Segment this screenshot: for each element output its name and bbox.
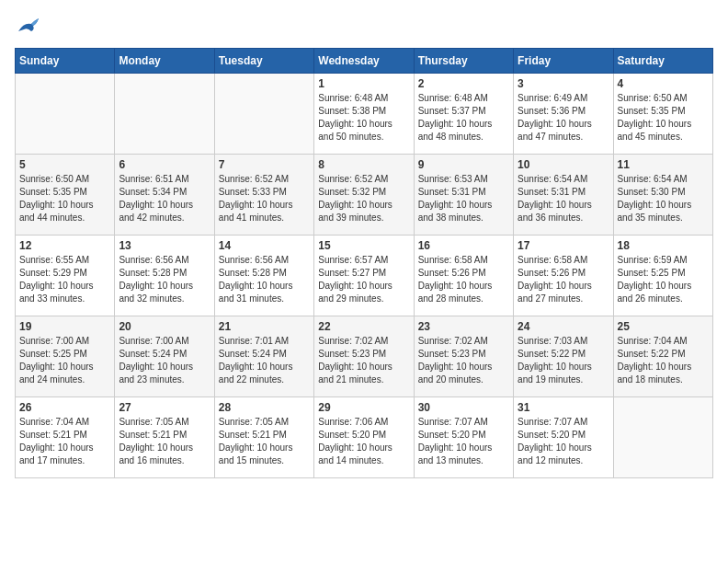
calendar-table: Sunday Monday Tuesday Wednesday Thursday… xyxy=(15,48,713,478)
calendar-cell: 31Sunrise: 7:07 AM Sunset: 5:20 PM Dayli… xyxy=(514,397,613,478)
day-info: Sunrise: 7:07 AM Sunset: 5:20 PM Dayligh… xyxy=(518,416,609,467)
day-number: 4 xyxy=(618,77,709,90)
day-info: Sunrise: 7:06 AM Sunset: 5:20 PM Dayligh… xyxy=(318,416,409,467)
calendar-cell: 17Sunrise: 6:58 AM Sunset: 5:26 PM Dayli… xyxy=(514,236,613,316)
day-number: 2 xyxy=(418,77,509,90)
day-info: Sunrise: 7:04 AM Sunset: 5:22 PM Dayligh… xyxy=(618,335,709,386)
day-info: Sunrise: 6:55 AM Sunset: 5:29 PM Dayligh… xyxy=(19,254,110,305)
day-number: 28 xyxy=(219,401,310,414)
day-number: 11 xyxy=(618,158,709,171)
calendar-cell: 18Sunrise: 6:59 AM Sunset: 5:25 PM Dayli… xyxy=(613,236,712,316)
page-header xyxy=(15,15,713,37)
calendar-cell: 10Sunrise: 6:54 AM Sunset: 5:31 PM Dayli… xyxy=(514,155,613,236)
day-info: Sunrise: 6:54 AM Sunset: 5:30 PM Dayligh… xyxy=(618,173,709,224)
day-number: 9 xyxy=(418,158,509,171)
calendar-cell: 24Sunrise: 7:03 AM Sunset: 5:22 PM Dayli… xyxy=(514,316,613,397)
calendar-week-1: 1Sunrise: 6:48 AM Sunset: 5:38 PM Daylig… xyxy=(16,74,713,155)
day-number: 23 xyxy=(418,320,509,333)
calendar-cell: 20Sunrise: 7:00 AM Sunset: 5:24 PM Dayli… xyxy=(115,316,214,397)
calendar-cell: 1Sunrise: 6:48 AM Sunset: 5:38 PM Daylig… xyxy=(314,74,414,155)
calendar-cell: 19Sunrise: 7:00 AM Sunset: 5:25 PM Dayli… xyxy=(16,316,115,397)
day-number: 30 xyxy=(418,401,509,414)
calendar-cell: 29Sunrise: 7:06 AM Sunset: 5:20 PM Dayli… xyxy=(314,397,414,478)
day-number: 5 xyxy=(19,158,110,171)
calendar-cell: 22Sunrise: 7:02 AM Sunset: 5:23 PM Dayli… xyxy=(314,316,414,397)
header-wednesday: Wednesday xyxy=(314,49,414,74)
day-number: 16 xyxy=(418,239,509,252)
day-number: 14 xyxy=(219,239,310,252)
calendar-cell: 4Sunrise: 6:50 AM Sunset: 5:35 PM Daylig… xyxy=(613,74,712,155)
day-info: Sunrise: 6:48 AM Sunset: 5:37 PM Dayligh… xyxy=(418,92,509,144)
calendar-cell: 9Sunrise: 6:53 AM Sunset: 5:31 PM Daylig… xyxy=(414,155,513,236)
day-info: Sunrise: 6:53 AM Sunset: 5:31 PM Dayligh… xyxy=(418,173,509,224)
calendar-week-5: 26Sunrise: 7:04 AM Sunset: 5:21 PM Dayli… xyxy=(16,397,713,478)
day-number: 19 xyxy=(19,320,110,333)
day-info: Sunrise: 6:48 AM Sunset: 5:38 PM Dayligh… xyxy=(318,92,409,144)
day-info: Sunrise: 6:57 AM Sunset: 5:27 PM Dayligh… xyxy=(318,254,409,305)
day-number: 3 xyxy=(518,77,609,90)
day-info: Sunrise: 6:58 AM Sunset: 5:26 PM Dayligh… xyxy=(418,254,509,305)
calendar-cell: 3Sunrise: 6:49 AM Sunset: 5:36 PM Daylig… xyxy=(514,74,613,155)
calendar-header: Sunday Monday Tuesday Wednesday Thursday… xyxy=(16,49,713,74)
calendar-cell: 8Sunrise: 6:52 AM Sunset: 5:32 PM Daylig… xyxy=(314,155,414,236)
day-number: 20 xyxy=(119,320,210,333)
day-number: 12 xyxy=(19,239,110,252)
day-info: Sunrise: 6:59 AM Sunset: 5:25 PM Dayligh… xyxy=(618,254,709,305)
header-saturday: Saturday xyxy=(613,49,712,74)
day-number: 8 xyxy=(318,158,409,171)
day-info: Sunrise: 7:00 AM Sunset: 5:25 PM Dayligh… xyxy=(19,335,110,386)
day-info: Sunrise: 7:00 AM Sunset: 5:24 PM Dayligh… xyxy=(119,335,210,386)
calendar-cell: 2Sunrise: 6:48 AM Sunset: 5:37 PM Daylig… xyxy=(414,74,513,155)
calendar-week-2: 5Sunrise: 6:50 AM Sunset: 5:35 PM Daylig… xyxy=(16,155,713,236)
day-number: 18 xyxy=(618,239,709,252)
day-info: Sunrise: 7:05 AM Sunset: 5:21 PM Dayligh… xyxy=(219,416,310,467)
day-info: Sunrise: 6:49 AM Sunset: 5:36 PM Dayligh… xyxy=(518,92,609,144)
logo-bird-icon xyxy=(15,15,40,37)
calendar-cell: 14Sunrise: 6:56 AM Sunset: 5:28 PM Dayli… xyxy=(214,236,313,316)
calendar-cell: 21Sunrise: 7:01 AM Sunset: 5:24 PM Dayli… xyxy=(214,316,313,397)
day-info: Sunrise: 6:52 AM Sunset: 5:32 PM Dayligh… xyxy=(318,173,409,224)
day-info: Sunrise: 7:02 AM Sunset: 5:23 PM Dayligh… xyxy=(418,335,509,386)
header-thursday: Thursday xyxy=(414,49,513,74)
day-info: Sunrise: 6:50 AM Sunset: 5:35 PM Dayligh… xyxy=(19,173,110,224)
day-number: 26 xyxy=(19,401,110,414)
calendar-cell xyxy=(214,74,313,155)
day-number: 15 xyxy=(318,239,409,252)
header-row: Sunday Monday Tuesday Wednesday Thursday… xyxy=(16,49,713,74)
calendar-cell xyxy=(613,397,712,478)
calendar-cell xyxy=(16,74,115,155)
day-info: Sunrise: 7:01 AM Sunset: 5:24 PM Dayligh… xyxy=(219,335,310,386)
day-number: 13 xyxy=(119,239,210,252)
day-info: Sunrise: 7:04 AM Sunset: 5:21 PM Dayligh… xyxy=(19,416,110,467)
day-info: Sunrise: 6:50 AM Sunset: 5:35 PM Dayligh… xyxy=(618,92,709,144)
day-number: 31 xyxy=(518,401,609,414)
day-number: 6 xyxy=(119,158,210,171)
day-number: 21 xyxy=(219,320,310,333)
calendar-cell: 7Sunrise: 6:52 AM Sunset: 5:33 PM Daylig… xyxy=(214,155,313,236)
calendar-cell: 11Sunrise: 6:54 AM Sunset: 5:30 PM Dayli… xyxy=(613,155,712,236)
calendar-week-3: 12Sunrise: 6:55 AM Sunset: 5:29 PM Dayli… xyxy=(16,236,713,316)
calendar-cell xyxy=(115,74,214,155)
calendar-week-4: 19Sunrise: 7:00 AM Sunset: 5:25 PM Dayli… xyxy=(16,316,713,397)
header-monday: Monday xyxy=(115,49,214,74)
day-number: 7 xyxy=(219,158,310,171)
calendar-cell: 25Sunrise: 7:04 AM Sunset: 5:22 PM Dayli… xyxy=(613,316,712,397)
calendar-cell: 23Sunrise: 7:02 AM Sunset: 5:23 PM Dayli… xyxy=(414,316,513,397)
calendar-cell: 15Sunrise: 6:57 AM Sunset: 5:27 PM Dayli… xyxy=(314,236,414,316)
calendar-cell: 28Sunrise: 7:05 AM Sunset: 5:21 PM Dayli… xyxy=(214,397,313,478)
day-number: 29 xyxy=(318,401,409,414)
calendar-cell: 16Sunrise: 6:58 AM Sunset: 5:26 PM Dayli… xyxy=(414,236,513,316)
day-number: 27 xyxy=(119,401,210,414)
day-info: Sunrise: 7:03 AM Sunset: 5:22 PM Dayligh… xyxy=(518,335,609,386)
day-number: 24 xyxy=(518,320,609,333)
day-number: 17 xyxy=(518,239,609,252)
header-sunday: Sunday xyxy=(16,49,115,74)
day-number: 25 xyxy=(618,320,709,333)
calendar-cell: 27Sunrise: 7:05 AM Sunset: 5:21 PM Dayli… xyxy=(115,397,214,478)
day-number: 10 xyxy=(518,158,609,171)
header-tuesday: Tuesday xyxy=(214,49,313,74)
calendar-cell: 26Sunrise: 7:04 AM Sunset: 5:21 PM Dayli… xyxy=(16,397,115,478)
day-info: Sunrise: 7:07 AM Sunset: 5:20 PM Dayligh… xyxy=(418,416,509,467)
header-friday: Friday xyxy=(514,49,613,74)
calendar-cell: 5Sunrise: 6:50 AM Sunset: 5:35 PM Daylig… xyxy=(16,155,115,236)
